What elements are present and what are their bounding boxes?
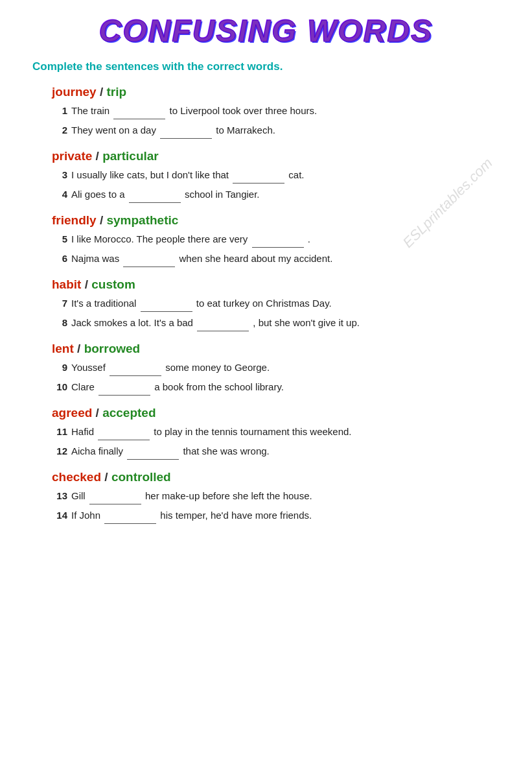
sentence-row: 14If John his temper, he'd have more fri… [52, 508, 500, 524]
sentence-row: 12Aicha finally that she was wrong. [52, 444, 500, 460]
answer-blank [129, 187, 181, 203]
heading-slash: / [92, 149, 102, 163]
sentence-number: 7 [52, 296, 67, 311]
answer-blank [110, 360, 161, 376]
sentence-text: Clare a book from the school library. [71, 379, 500, 396]
sentence-text: I usually like cats, but I don't like th… [71, 167, 500, 184]
section-heading-lent-borrowed: lent / borrowed [52, 342, 500, 356]
sentence-number: 6 [52, 251, 67, 266]
sentence-row: 6Najma was when she heard about my accid… [52, 251, 500, 267]
heading-slash: / [97, 213, 107, 227]
heading-word1: private [52, 149, 92, 163]
sentence-text: They went on a day to Marrakech. [71, 123, 500, 139]
sentences-lent-borrowed: 9Youssef some money to George.10Clare a … [52, 360, 500, 396]
sentence-row: 9Youssef some money to George. [52, 360, 500, 376]
sentences-agreed-accepted: 11Hafid to play in the tennis tournament… [52, 424, 500, 460]
section-habit-custom: habit / custom7It's a traditional to eat… [32, 278, 500, 331]
heading-slash: / [92, 406, 102, 420]
sentence-number: 1 [52, 103, 67, 119]
section-heading-checked-controlled: checked / controlled [52, 470, 500, 484]
sentence-text: Aicha finally that she was wrong. [71, 444, 500, 460]
answer-blank [89, 488, 141, 504]
sentence-number: 4 [52, 187, 67, 202]
sentence-row: 2They went on a day to Marrakech. [52, 123, 500, 139]
sentence-text: Ali goes to a school in Tangier. [71, 187, 500, 203]
sentence-text: If John his temper, he'd have more frien… [71, 508, 500, 524]
sentence-number: 8 [52, 315, 67, 331]
answer-blank [113, 103, 165, 119]
section-heading-habit-custom: habit / custom [52, 278, 500, 292]
sentence-number: 3 [52, 167, 67, 183]
sentence-row: 4Ali goes to a school in Tangier. [52, 187, 500, 203]
sentence-number: 5 [52, 231, 67, 247]
section-agreed-accepted: agreed / accepted11Hafid to play in the … [32, 406, 500, 460]
sentence-text: I like Morocco. The people there are ver… [71, 231, 500, 248]
answer-blank [104, 508, 156, 524]
section-heading-agreed-accepted: agreed / accepted [52, 406, 500, 420]
heading-word1: habit [52, 278, 81, 291]
section-heading-private-particular: private / particular [52, 149, 500, 163]
heading-word2: accepted [102, 406, 156, 420]
sentence-text: Hafid to play in the tennis tournament t… [71, 424, 500, 440]
heading-word2: trip [106, 85, 126, 99]
answer-blank [197, 315, 249, 331]
heading-word2: custom [91, 278, 135, 291]
heading-slash: / [97, 85, 107, 99]
sentence-text: Jack smokes a lot. It's a bad , but she … [71, 315, 500, 331]
sentence-row: 8Jack smokes a lot. It's a bad , but she… [52, 315, 500, 331]
heading-word2: particular [102, 149, 159, 163]
sentence-row: 13Gill her make-up before she left the h… [52, 488, 500, 504]
sentence-row: 10Clare a book from the school library. [52, 379, 500, 396]
sentence-text: Youssef some money to George. [71, 360, 500, 376]
sentence-number: 13 [52, 488, 67, 504]
sentence-text: Gill her make-up before she left the hou… [71, 488, 500, 504]
sentence-number: 9 [52, 360, 67, 375]
sentence-number: 12 [52, 444, 67, 459]
sentence-text: It's a traditional to eat turkey on Chri… [71, 296, 500, 312]
section-lent-borrowed: lent / borrowed9Youssef some money to Ge… [32, 342, 500, 396]
sentences-journey-trip: 1The train to Liverpool took over three … [52, 103, 500, 139]
sentence-text: The train to Liverpool took over three h… [71, 103, 500, 119]
sentences-habit-custom: 7It's a traditional to eat turkey on Chr… [52, 296, 500, 331]
heading-slash: / [81, 278, 91, 291]
heading-word1: friendly [52, 213, 97, 227]
sections-container: journey / trip1The train to Liverpool to… [32, 85, 500, 524]
sentences-friendly-sympathetic: 5I like Morocco. The people there are ve… [52, 231, 500, 267]
answer-blank [141, 296, 192, 312]
sentence-row: 11Hafid to play in the tennis tournament… [52, 424, 500, 440]
section-friendly-sympathetic: friendly / sympathetic5I like Morocco. T… [32, 213, 500, 267]
answer-blank [98, 379, 150, 396]
sentence-text: Najma was when she heard about my accide… [71, 251, 500, 267]
heading-word1: agreed [52, 406, 92, 420]
answer-blank [160, 123, 212, 139]
answer-blank [98, 424, 150, 440]
section-journey-trip: journey / trip1The train to Liverpool to… [32, 85, 500, 139]
sentence-number: 10 [52, 379, 67, 395]
sentence-row: 3I usually like cats, but I don't like t… [52, 167, 500, 184]
sentences-checked-controlled: 13Gill her make-up before she left the h… [52, 488, 500, 524]
heading-slash: / [74, 342, 84, 355]
sentence-number: 2 [52, 123, 67, 138]
sentence-row: 5I like Morocco. The people there are ve… [52, 231, 500, 248]
heading-slash: / [101, 470, 111, 484]
page-title: CONFUSING WORDS [32, 13, 500, 49]
heading-word1: lent [52, 342, 74, 355]
heading-word1: checked [52, 470, 101, 484]
heading-word1: journey [52, 85, 97, 99]
section-checked-controlled: checked / controlled13Gill her make-up b… [32, 470, 500, 524]
heading-word2: borrowed [84, 342, 141, 355]
answer-blank [123, 251, 175, 267]
sentence-number: 11 [52, 424, 67, 440]
section-heading-journey-trip: journey / trip [52, 85, 500, 99]
section-private-particular: private / particular3I usually like cats… [32, 149, 500, 203]
sentence-row: 7It's a traditional to eat turkey on Chr… [52, 296, 500, 312]
sentences-private-particular: 3I usually like cats, but I don't like t… [52, 167, 500, 203]
sentence-row: 1The train to Liverpool took over three … [52, 103, 500, 119]
section-heading-friendly-sympathetic: friendly / sympathetic [52, 213, 500, 228]
answer-blank [127, 444, 179, 460]
sentence-number: 14 [52, 508, 67, 523]
answer-blank [233, 167, 284, 184]
answer-blank [252, 231, 304, 248]
heading-word2: sympathetic [106, 213, 178, 227]
instruction: Complete the sentences with the correct … [32, 60, 500, 73]
